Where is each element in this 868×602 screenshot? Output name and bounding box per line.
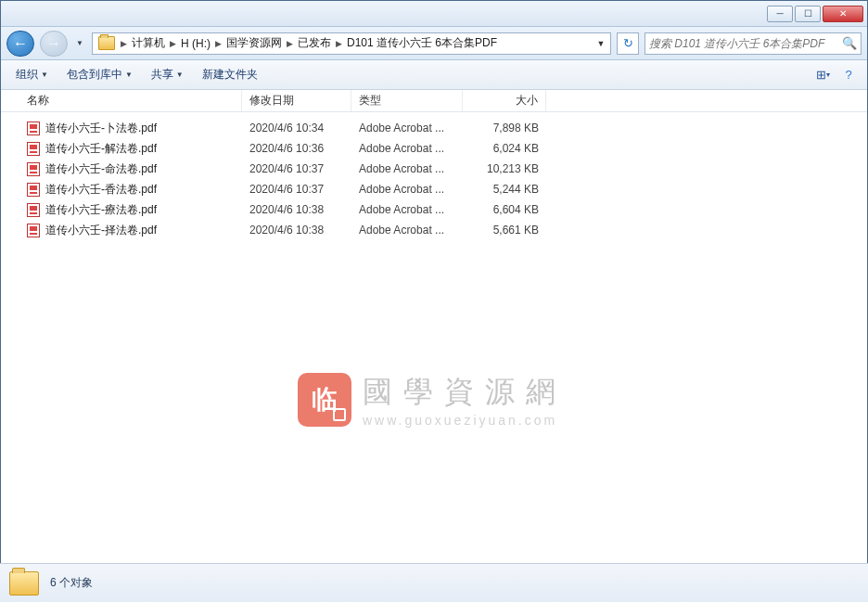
file-type: Adobe Acrobat ... [351,122,463,134]
file-size: 6,024 KB [463,142,546,155]
nav-history-dropdown[interactable]: ▼ [73,31,86,57]
pdf-icon [27,224,40,237]
watermark: 临 國學資源網 www.guoxueziyuan.com [298,372,567,428]
file-type: Adobe Acrobat ... [351,203,463,216]
address-dropdown[interactable]: ▼ [594,39,608,48]
column-size[interactable]: 大小 [463,90,546,111]
breadcrumb-item[interactable]: 国学资源网 [223,35,285,51]
column-date[interactable]: 修改日期 [242,90,351,111]
include-label: 包含到库中 [67,67,122,83]
pdf-icon [27,142,40,156]
address-bar[interactable]: ▶ 计算机 ▶ H (H:) ▶ 国学资源网 ▶ 已发布 ▶ D101 道传小六… [92,32,611,55]
file-type: Adobe Acrobat ... [351,183,463,196]
file-row[interactable]: 道传小六壬-择法卷.pdf2020/4/6 10:38Adobe Acrobat… [1,220,867,240]
newfolder-label: 新建文件夹 [202,67,258,83]
chevron-down-icon: ▼ [125,70,133,79]
folder-icon [98,36,115,50]
nav-back-button[interactable]: ← [6,31,34,57]
organize-label: 组织 [16,67,38,83]
search-box[interactable]: 🔍 [645,32,862,55]
help-button[interactable]: ? [837,64,860,86]
file-row[interactable]: 道传小六壬-療法卷.pdf2020/4/6 10:38Adobe Acrobat… [1,199,867,220]
file-size: 10,213 KB [463,162,546,175]
minimize-button[interactable]: ─ [767,6,793,22]
chevron-right-icon: ▶ [334,39,344,48]
file-row[interactable]: 道传小六壬-卜法卷.pdf2020/4/6 10:34Adobe Acrobat… [1,118,867,138]
column-type[interactable]: 类型 [351,90,463,111]
chevron-down-icon: ▼ [176,70,184,79]
breadcrumb-item[interactable]: 已发布 [295,35,334,51]
file-date: 2020/4/6 10:36 [242,142,351,155]
file-row[interactable]: 道传小六壬-解法卷.pdf2020/4/6 10:36Adobe Acrobat… [1,138,867,159]
search-input[interactable] [649,37,842,50]
file-size: 5,661 KB [463,224,546,237]
chevron-right-icon: ▶ [168,39,178,48]
navigation-bar: ← → ▼ ▶ 计算机 ▶ H (H:) ▶ 国学资源网 ▶ 已发布 ▶ D10… [1,27,867,60]
pdf-icon [27,183,40,197]
file-date: 2020/4/6 10:37 [242,162,351,175]
file-size: 5,244 KB [463,183,546,196]
breadcrumb-item[interactable]: H (H:) [178,37,213,50]
chevron-down-icon: ▼ [41,70,48,79]
file-list: 临 國學資源網 www.guoxueziyuan.com 道传小六壬-卜法卷.p… [1,112,867,246]
nav-forward-button[interactable]: → [40,31,68,57]
file-date: 2020/4/6 10:38 [242,203,351,216]
file-type: Adobe Acrobat ... [351,162,463,175]
toolbar: 组织▼ 包含到库中▼ 共享▼ 新建文件夹 ⊞▾ ? [1,60,867,90]
maximize-button[interactable]: ☐ [795,6,821,22]
chevron-right-icon: ▶ [213,39,223,48]
file-name: 道传小六壬-命法卷.pdf [45,161,157,177]
file-size: 6,604 KB [463,203,546,216]
organize-menu[interactable]: 组织▼ [8,63,56,86]
folder-icon [9,571,39,596]
view-options-button[interactable]: ⊞▾ [811,64,834,86]
close-button[interactable]: ✕ [823,6,863,22]
file-date: 2020/4/6 10:37 [242,183,351,196]
file-name: 道传小六壬-香法卷.pdf [45,182,157,198]
window-controls: ─ ☐ ✕ [767,6,863,22]
file-name: 道传小六壬-卜法卷.pdf [45,121,157,136]
file-date: 2020/4/6 10:38 [242,224,351,237]
chevron-right-icon: ▶ [285,39,295,48]
watermark-logo: 临 [298,373,351,427]
breadcrumb-item[interactable]: 计算机 [129,35,168,51]
status-bar: 6 个对象 [0,563,868,602]
watermark-title: 國學資源網 [363,372,567,413]
file-name: 道传小六壬-療法卷.pdf [45,202,157,218]
watermark-url: www.guoxueziyuan.com [363,413,567,428]
include-library-menu[interactable]: 包含到库中▼ [59,63,140,86]
file-name: 道传小六壬-解法卷.pdf [45,141,157,157]
file-size: 7,898 KB [463,122,546,134]
refresh-button[interactable]: ↻ [617,32,639,55]
breadcrumb-item[interactable]: D101 道传小六壬 6本合集PDF [344,35,500,51]
search-icon: 🔍 [842,36,857,50]
file-type: Adobe Acrobat ... [351,224,463,237]
pdf-icon [27,203,40,217]
pdf-icon [27,162,40,176]
column-name[interactable]: 名称 [1,90,242,111]
file-row[interactable]: 道传小六壬-香法卷.pdf2020/4/6 10:37Adobe Acrobat… [1,179,867,199]
file-type: Adobe Acrobat ... [351,142,463,155]
share-menu[interactable]: 共享▼ [144,63,191,86]
column-header: 名称 修改日期 类型 大小 [1,90,867,112]
chevron-right-icon: ▶ [119,39,129,48]
status-text: 6 个对象 [50,575,93,591]
file-row[interactable]: 道传小六壬-命法卷.pdf2020/4/6 10:37Adobe Acrobat… [1,159,867,179]
file-name: 道传小六壬-择法卷.pdf [45,223,157,238]
file-date: 2020/4/6 10:34 [242,122,351,134]
share-label: 共享 [151,67,173,83]
pdf-icon [27,122,40,135]
titlebar: ─ ☐ ✕ [1,1,867,27]
new-folder-button[interactable]: 新建文件夹 [195,63,265,86]
